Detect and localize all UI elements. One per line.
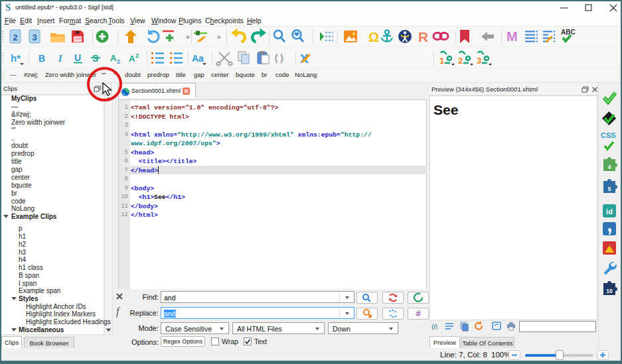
svg-text:ABC: ABC bbox=[561, 29, 576, 36]
svg-text:CSS: CSS bbox=[601, 131, 616, 139]
svg-text:I: I bbox=[58, 54, 62, 64]
svg-text:2: 2 bbox=[135, 52, 139, 59]
svg-text:3: 3 bbox=[477, 56, 481, 66]
svg-text:⟨/⟩: ⟨/⟩ bbox=[431, 324, 438, 330]
svg-text:1: 1 bbox=[439, 56, 444, 66]
svg-text:h*: h* bbox=[11, 52, 21, 64]
svg-text:»: » bbox=[217, 33, 221, 40]
svg-text:»: » bbox=[186, 33, 190, 40]
svg-text:Ω: Ω bbox=[368, 30, 379, 44]
svg-text:4: 4 bbox=[607, 164, 611, 170]
svg-text:,: , bbox=[607, 213, 612, 235]
svg-text:10: 10 bbox=[606, 288, 613, 294]
svg-text:2: 2 bbox=[458, 56, 463, 66]
svg-text:⟨⟩: ⟨⟩ bbox=[274, 52, 286, 64]
svg-text:Aa: Aa bbox=[192, 53, 204, 64]
svg-text:R: R bbox=[418, 29, 428, 44]
svg-text:5: 5 bbox=[607, 186, 611, 192]
svg-text:3: 3 bbox=[32, 32, 37, 42]
svg-text:2: 2 bbox=[13, 32, 17, 42]
svg-text:B: B bbox=[39, 53, 45, 64]
svg-text:M: M bbox=[506, 29, 518, 44]
